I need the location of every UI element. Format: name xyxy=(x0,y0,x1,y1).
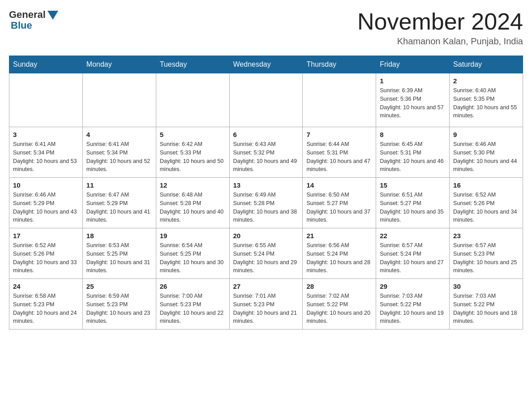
day-number: 2 xyxy=(453,77,519,85)
calendar-cell: 20Sunrise: 6:55 AM Sunset: 5:24 PM Dayli… xyxy=(229,228,303,279)
day-info: Sunrise: 6:53 AM Sunset: 5:25 PM Dayligh… xyxy=(86,241,152,275)
calendar-cell: 6Sunrise: 6:43 AM Sunset: 5:32 PM Daylig… xyxy=(229,127,303,178)
day-number: 12 xyxy=(160,181,226,189)
day-info: Sunrise: 6:56 AM Sunset: 5:24 PM Dayligh… xyxy=(306,241,372,275)
day-number: 21 xyxy=(306,232,372,240)
calendar-cell: 18Sunrise: 6:53 AM Sunset: 5:25 PM Dayli… xyxy=(82,228,156,279)
day-info: Sunrise: 6:52 AM Sunset: 5:26 PM Dayligh… xyxy=(13,241,79,275)
day-info: Sunrise: 6:39 AM Sunset: 5:36 PM Dayligh… xyxy=(380,86,446,120)
calendar-cell: 7Sunrise: 6:44 AM Sunset: 5:31 PM Daylig… xyxy=(303,127,376,178)
calendar-cell: 26Sunrise: 7:00 AM Sunset: 5:23 PM Dayli… xyxy=(156,279,229,330)
calendar-cell: 2Sunrise: 6:40 AM Sunset: 5:35 PM Daylig… xyxy=(450,73,523,127)
day-number: 19 xyxy=(160,232,226,240)
calendar-cell xyxy=(9,73,83,127)
calendar-cell: 16Sunrise: 6:52 AM Sunset: 5:26 PM Dayli… xyxy=(450,178,523,228)
day-number: 5 xyxy=(160,131,226,138)
calendar-week-row: 17Sunrise: 6:52 AM Sunset: 5:26 PM Dayli… xyxy=(9,228,523,279)
calendar-table: SundayMondayTuesdayWednesdayThursdayFrid… xyxy=(9,56,523,330)
weekday-header-sunday: Sunday xyxy=(9,56,83,73)
calendar-cell xyxy=(303,73,376,127)
day-info: Sunrise: 6:55 AM Sunset: 5:24 PM Dayligh… xyxy=(233,241,299,275)
day-info: Sunrise: 6:45 AM Sunset: 5:31 PM Dayligh… xyxy=(380,140,446,174)
calendar-cell: 29Sunrise: 7:03 AM Sunset: 5:22 PM Dayli… xyxy=(376,279,450,330)
day-info: Sunrise: 6:41 AM Sunset: 5:34 PM Dayligh… xyxy=(86,140,152,174)
calendar-cell xyxy=(156,73,229,127)
day-info: Sunrise: 6:44 AM Sunset: 5:31 PM Dayligh… xyxy=(306,140,372,174)
day-info: Sunrise: 7:00 AM Sunset: 5:23 PM Dayligh… xyxy=(160,292,226,325)
calendar-cell: 24Sunrise: 6:58 AM Sunset: 5:23 PM Dayli… xyxy=(9,279,83,330)
calendar-cell xyxy=(82,73,156,127)
day-info: Sunrise: 6:59 AM Sunset: 5:23 PM Dayligh… xyxy=(86,292,152,325)
calendar-cell: 28Sunrise: 7:02 AM Sunset: 5:22 PM Dayli… xyxy=(303,279,376,330)
weekday-header-thursday: Thursday xyxy=(303,56,376,73)
day-info: Sunrise: 6:46 AM Sunset: 5:29 PM Dayligh… xyxy=(13,191,79,224)
title-block: November 2024 Khamanon Kalan, Punjab, In… xyxy=(357,9,523,47)
day-info: Sunrise: 6:51 AM Sunset: 5:27 PM Dayligh… xyxy=(380,191,446,224)
day-number: 11 xyxy=(86,181,152,189)
calendar-cell: 4Sunrise: 6:41 AM Sunset: 5:34 PM Daylig… xyxy=(82,127,156,178)
weekday-header-tuesday: Tuesday xyxy=(156,56,229,73)
calendar-cell: 30Sunrise: 7:03 AM Sunset: 5:22 PM Dayli… xyxy=(450,279,523,330)
day-number: 10 xyxy=(13,181,79,189)
day-number: 25 xyxy=(86,283,152,290)
day-info: Sunrise: 6:46 AM Sunset: 5:30 PM Dayligh… xyxy=(453,140,519,174)
calendar-cell: 9Sunrise: 6:46 AM Sunset: 5:30 PM Daylig… xyxy=(450,127,523,178)
day-info: Sunrise: 6:57 AM Sunset: 5:23 PM Dayligh… xyxy=(453,241,519,275)
day-number: 24 xyxy=(13,283,79,290)
day-number: 3 xyxy=(13,131,79,138)
calendar-cell: 23Sunrise: 6:57 AM Sunset: 5:23 PM Dayli… xyxy=(450,228,523,279)
weekday-header-monday: Monday xyxy=(82,56,156,73)
calendar-cell: 27Sunrise: 7:01 AM Sunset: 5:23 PM Dayli… xyxy=(229,279,303,330)
day-number: 22 xyxy=(380,232,446,240)
logo-general-text: General xyxy=(9,9,46,21)
day-number: 17 xyxy=(13,232,79,240)
day-info: Sunrise: 7:03 AM Sunset: 5:22 PM Dayligh… xyxy=(380,292,446,325)
day-number: 28 xyxy=(306,283,372,290)
weekday-header-wednesday: Wednesday xyxy=(229,56,303,73)
month-title: November 2024 xyxy=(357,9,523,34)
calendar-cell: 11Sunrise: 6:47 AM Sunset: 5:29 PM Dayli… xyxy=(82,178,156,228)
day-info: Sunrise: 7:03 AM Sunset: 5:22 PM Dayligh… xyxy=(453,292,519,325)
calendar-cell: 8Sunrise: 6:45 AM Sunset: 5:31 PM Daylig… xyxy=(376,127,450,178)
weekday-header-saturday: Saturday xyxy=(450,56,523,73)
calendar-cell: 14Sunrise: 6:50 AM Sunset: 5:27 PM Dayli… xyxy=(303,178,376,228)
day-number: 29 xyxy=(380,283,446,290)
day-info: Sunrise: 6:49 AM Sunset: 5:28 PM Dayligh… xyxy=(233,191,299,224)
day-number: 6 xyxy=(233,131,299,138)
day-info: Sunrise: 6:41 AM Sunset: 5:34 PM Dayligh… xyxy=(13,140,79,174)
day-number: 8 xyxy=(380,131,446,138)
day-number: 1 xyxy=(380,77,446,85)
day-number: 4 xyxy=(86,131,152,138)
calendar-week-row: 24Sunrise: 6:58 AM Sunset: 5:23 PM Dayli… xyxy=(9,279,523,330)
page-header: General Blue November 2024 Khamanon Kala… xyxy=(9,9,523,47)
day-info: Sunrise: 6:40 AM Sunset: 5:35 PM Dayligh… xyxy=(453,86,519,120)
calendar-cell: 15Sunrise: 6:51 AM Sunset: 5:27 PM Dayli… xyxy=(376,178,450,228)
day-info: Sunrise: 6:48 AM Sunset: 5:28 PM Dayligh… xyxy=(160,191,226,224)
logo-triangle-icon xyxy=(47,11,58,20)
day-number: 23 xyxy=(453,232,519,240)
day-info: Sunrise: 6:54 AM Sunset: 5:25 PM Dayligh… xyxy=(160,241,226,275)
calendar-cell xyxy=(229,73,303,127)
calendar-cell: 10Sunrise: 6:46 AM Sunset: 5:29 PM Dayli… xyxy=(9,178,83,228)
logo-blue-text: Blue xyxy=(9,20,32,31)
calendar-week-row: 1Sunrise: 6:39 AM Sunset: 5:36 PM Daylig… xyxy=(9,73,523,127)
day-info: Sunrise: 6:52 AM Sunset: 5:26 PM Dayligh… xyxy=(453,191,519,224)
calendar-cell: 25Sunrise: 6:59 AM Sunset: 5:23 PM Dayli… xyxy=(82,279,156,330)
calendar-cell: 5Sunrise: 6:42 AM Sunset: 5:33 PM Daylig… xyxy=(156,127,229,178)
day-number: 20 xyxy=(233,232,299,240)
day-info: Sunrise: 6:50 AM Sunset: 5:27 PM Dayligh… xyxy=(306,191,372,224)
weekday-header-friday: Friday xyxy=(376,56,450,73)
day-number: 27 xyxy=(233,283,299,290)
calendar-cell: 17Sunrise: 6:52 AM Sunset: 5:26 PM Dayli… xyxy=(9,228,83,279)
day-info: Sunrise: 6:58 AM Sunset: 5:23 PM Dayligh… xyxy=(13,292,79,325)
day-number: 15 xyxy=(380,181,446,189)
calendar-cell: 3Sunrise: 6:41 AM Sunset: 5:34 PM Daylig… xyxy=(9,127,83,178)
calendar-cell: 1Sunrise: 6:39 AM Sunset: 5:36 PM Daylig… xyxy=(376,73,450,127)
day-info: Sunrise: 7:01 AM Sunset: 5:23 PM Dayligh… xyxy=(233,292,299,325)
day-info: Sunrise: 6:42 AM Sunset: 5:33 PM Dayligh… xyxy=(160,140,226,174)
calendar-cell: 12Sunrise: 6:48 AM Sunset: 5:28 PM Dayli… xyxy=(156,178,229,228)
day-number: 13 xyxy=(233,181,299,189)
location-text: Khamanon Kalan, Punjab, India xyxy=(357,36,523,47)
calendar-cell: 13Sunrise: 6:49 AM Sunset: 5:28 PM Dayli… xyxy=(229,178,303,228)
day-number: 16 xyxy=(453,181,519,189)
